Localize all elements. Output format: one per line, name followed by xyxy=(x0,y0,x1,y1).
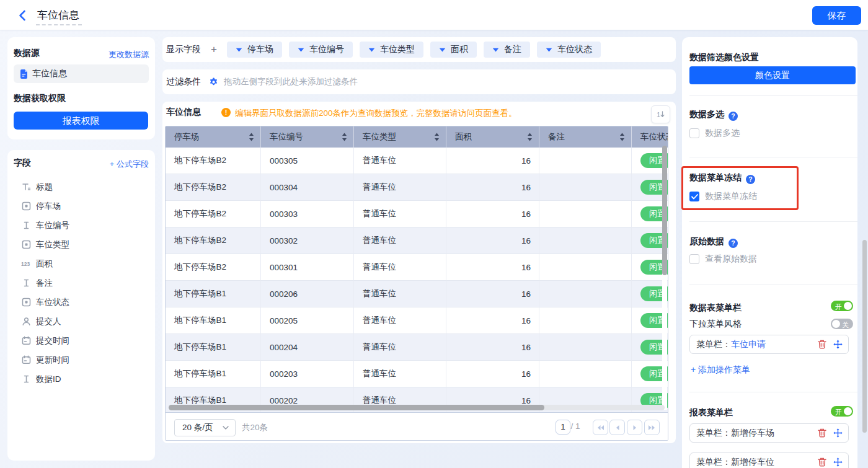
table-menu-toggle[interactable]: 开 xyxy=(831,301,853,311)
field-list-item[interactable]: 数据ID xyxy=(14,369,149,389)
sort-icon[interactable] xyxy=(619,133,625,141)
sort-icon[interactable] xyxy=(434,133,440,141)
change-datasource-link[interactable]: 更改数据源 xyxy=(108,49,149,60)
cell-remark xyxy=(539,174,632,201)
field-list-item[interactable]: 备注 xyxy=(14,273,149,293)
next-page-button[interactable] xyxy=(627,420,642,435)
top-bar: 车位信息 保存 xyxy=(0,0,868,30)
delete-icon[interactable] xyxy=(818,428,826,438)
help-icon[interactable]: ? xyxy=(746,175,755,184)
delete-icon[interactable] xyxy=(818,340,826,349)
table-row[interactable]: 地下停车场B1 000203 普通车位 16 闲置 xyxy=(166,361,668,387)
table-body: 地下停车场B2 000305 普通车位 16 闲置 地下停车场B2 000304… xyxy=(166,148,668,413)
previous-page-button[interactable] xyxy=(609,420,625,435)
datasource-card: 数据源 更改数据源 车位信息 数据获取权限 报表权限 xyxy=(7,37,155,139)
field-list-item[interactable]: 车位状态 xyxy=(14,293,149,312)
delete-icon[interactable] xyxy=(818,457,826,467)
menu-item-add-parking-lot[interactable]: 菜单栏： 新增停车场 xyxy=(689,423,849,443)
field-label: 提交人 xyxy=(36,316,61,327)
page-size-select[interactable]: 20 条/页 xyxy=(174,419,236,436)
field-chip[interactable]: 车位编号 xyxy=(289,42,353,58)
rawdata-checkbox-row[interactable]: 查看原始数据 xyxy=(689,254,757,265)
table-row[interactable]: 地下停车场B2 000304 普通车位 16 闲置 xyxy=(166,174,668,201)
column-header[interactable]: 车位状态 xyxy=(632,126,668,148)
move-icon[interactable] xyxy=(833,340,843,349)
divider xyxy=(689,285,857,285)
table-row[interactable]: 地下停车场B1 000205 普通车位 16 闲置 xyxy=(166,307,668,334)
add-action-menu-link[interactable]: + 添加操作菜单 xyxy=(691,364,750,376)
sort-icon[interactable] xyxy=(342,133,347,141)
datasource-item[interactable]: 车位信息 xyxy=(14,64,149,83)
page-size-value: 20 条/页 xyxy=(182,422,213,433)
column-header[interactable]: 停车场 xyxy=(166,126,261,148)
field-chip[interactable]: 面积 xyxy=(430,42,477,58)
rawdata-checkbox[interactable] xyxy=(689,254,699,264)
field-list-item[interactable]: 停车场 xyxy=(14,196,149,216)
table-vertical-scrollbar[interactable] xyxy=(662,146,667,275)
chevron-down-icon xyxy=(223,426,229,430)
color-settings-button[interactable]: 颜色设置 xyxy=(689,66,856,84)
field-type-icon xyxy=(21,298,31,307)
field-list-item[interactable]: 车位编号 xyxy=(14,216,149,235)
fields-title: 字段 xyxy=(14,157,31,169)
page-title[interactable]: 车位信息 xyxy=(37,8,79,22)
table-row[interactable]: 地下停车场B1 000204 普通车位 16 闲置 xyxy=(166,334,668,361)
field-list-item[interactable]: 更新时间 xyxy=(14,350,149,369)
cell-code: 000305 xyxy=(261,148,354,174)
field-chip[interactable]: 车位类型 xyxy=(360,42,423,58)
help-icon[interactable]: ? xyxy=(728,112,738,121)
menu-item-add-parking-space[interactable]: 菜单栏： 新增停车位 xyxy=(689,453,849,468)
cell-remark xyxy=(539,334,632,361)
table-row[interactable]: 地下停车场B2 000303 普通车位 16 闲置 xyxy=(166,201,668,227)
multiselect-checkbox-row[interactable]: 数据多选 xyxy=(689,128,740,139)
table-horizontal-scrollbar-track xyxy=(169,405,665,410)
dropdown-style-toggle[interactable]: 关 xyxy=(831,319,853,329)
gear-icon[interactable] xyxy=(209,77,218,87)
field-label: 车位状态 xyxy=(36,297,69,308)
report-menu-toggle[interactable]: 开 xyxy=(831,406,853,417)
last-page-button[interactable] xyxy=(644,420,660,435)
field-chip[interactable]: 停车场 xyxy=(227,42,282,58)
table-row[interactable]: 地下停车场B2 000302 普通车位 16 闲置 xyxy=(166,227,668,254)
cell-type: 普通车位 xyxy=(354,281,446,307)
column-header[interactable]: 面积 xyxy=(446,126,539,148)
field-type-icon xyxy=(21,240,31,250)
move-icon[interactable] xyxy=(833,428,843,438)
report-permission-button[interactable]: 报表权限 xyxy=(14,112,148,130)
menu-item-parking-apply[interactable]: 菜单栏： 车位申请 xyxy=(689,335,849,354)
table-row[interactable]: 地下停车场B1 000206 普通车位 16 闲置 xyxy=(166,281,668,307)
cell-parking: 地下停车场B2 xyxy=(166,227,261,254)
multiselect-checkbox-label: 数据多选 xyxy=(705,128,740,139)
sort-icon[interactable] xyxy=(527,133,533,141)
freeze-checkbox-row[interactable]: 数据菜单冻结 xyxy=(689,191,757,202)
table-horizontal-scrollbar[interactable] xyxy=(169,405,544,410)
move-icon[interactable] xyxy=(833,457,843,467)
field-chip[interactable]: 车位状态 xyxy=(537,42,601,58)
cell-remark xyxy=(539,148,632,174)
field-label: 停车场 xyxy=(36,201,61,212)
add-display-field-icon[interactable]: + xyxy=(210,43,218,56)
cell-type: 普通车位 xyxy=(354,174,446,201)
back-icon[interactable] xyxy=(16,9,30,22)
table-row[interactable]: 地下停车场B2 000301 普通车位 16 闲置 xyxy=(166,254,668,281)
field-list-item[interactable]: 车位类型 xyxy=(14,235,149,254)
page-scrollbar[interactable] xyxy=(862,240,867,433)
field-list-item[interactable]: 提交人 xyxy=(14,312,149,331)
help-icon[interactable]: ? xyxy=(728,239,738,248)
sort-order-button[interactable]: 1 xyxy=(651,105,670,123)
first-page-button[interactable] xyxy=(593,420,608,435)
column-header[interactable]: 备注 xyxy=(539,126,632,148)
cell-code: 000206 xyxy=(261,281,354,307)
column-header[interactable]: 车位类型 xyxy=(354,126,446,148)
save-button[interactable]: 保存 xyxy=(812,6,861,25)
field-list-item[interactable]: 标题 xyxy=(14,177,149,196)
freeze-checkbox[interactable] xyxy=(689,192,699,201)
sort-icon[interactable] xyxy=(249,133,254,141)
multiselect-checkbox[interactable] xyxy=(689,128,699,138)
column-header[interactable]: 车位编号 xyxy=(261,126,354,148)
field-list-item[interactable]: 提交时间 xyxy=(14,331,149,350)
field-chip[interactable]: 备注 xyxy=(484,42,530,58)
field-list-item[interactable]: 123 面积 xyxy=(14,254,149,273)
table-row[interactable]: 地下停车场B2 000305 普通车位 16 闲置 xyxy=(166,148,668,174)
formula-field-link[interactable]: + 公式字段 xyxy=(110,159,149,170)
